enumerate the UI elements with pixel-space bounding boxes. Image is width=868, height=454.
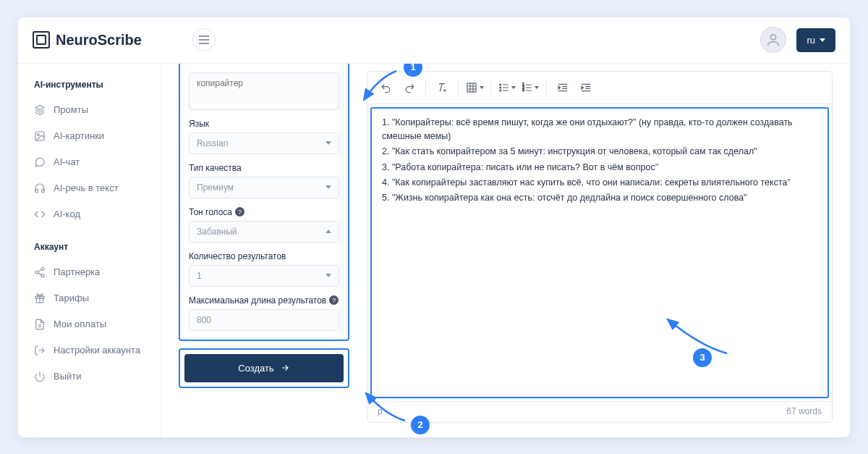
editor-footer: p 67 words	[367, 401, 832, 422]
language-label: Язык	[189, 119, 339, 129]
svg-point-2	[38, 133, 40, 135]
topbar: NeuroScribe ru	[18, 17, 850, 64]
sidebar-item-code[interactable]: AI-код	[18, 201, 161, 227]
result-line: 4. "Как копирайтеры заставляют нас купит…	[382, 176, 817, 190]
sidebar-item-payments[interactable]: Мои оплаты	[18, 311, 161, 337]
tone-label: Тон голоса ?	[189, 207, 339, 217]
maxlen-label: Максимальная длина результатов ?	[189, 295, 339, 306]
svg-point-0	[771, 35, 776, 40]
main-area: 1 2 3 Язык Russian Тип качеств	[161, 64, 850, 437]
sidebar-item-prompts[interactable]: Промты	[18, 97, 161, 123]
help-icon[interactable]: ?	[329, 295, 339, 305]
help-icon[interactable]: ?	[235, 207, 244, 217]
result-line: 5. "Жизнь копирайтера как она есть: отсч…	[382, 191, 817, 205]
indent-button[interactable]	[576, 77, 596, 98]
headphones-icon	[34, 182, 46, 194]
user-avatar[interactable]	[760, 27, 786, 53]
svg-point-3	[41, 267, 44, 270]
quality-select[interactable]: Премиум	[189, 177, 339, 198]
editor-body[interactable]: 1. "Копирайтеры: всё время пишут, когда …	[370, 107, 829, 398]
sidebar-item-settings[interactable]: Настройки аккаунта	[18, 337, 161, 363]
language-button[interactable]: ru	[796, 28, 835, 52]
receipt-icon	[34, 319, 46, 330]
code-icon	[34, 209, 46, 220]
ordered-list-button[interactable]: 123	[520, 77, 540, 98]
sidebar-item-speech[interactable]: AI-речь в текст	[18, 175, 161, 201]
editor-column: 123 1. "Копирайтеры: всё время пишут, ко…	[367, 71, 833, 423]
language-select[interactable]: Russian	[189, 133, 339, 154]
gift-icon	[34, 293, 46, 304]
logo-icon	[33, 31, 50, 49]
sidebar-item-label: Партнерка	[54, 266, 100, 277]
layers-icon	[34, 104, 46, 116]
svg-point-9	[500, 84, 501, 85]
sidebar-item-plans[interactable]: Тарифы	[18, 285, 161, 311]
sidebar-item-label: Промты	[54, 104, 88, 115]
chevron-down-icon	[820, 38, 825, 42]
footer-tag: p	[378, 406, 383, 416]
count-select[interactable]: 1	[189, 265, 339, 287]
result-line: 1. "Копирайтеры: всё время пишут, когда …	[382, 116, 817, 144]
chevron-down-icon	[326, 185, 331, 189]
image-icon	[34, 130, 46, 142]
sidebar-item-affiliate[interactable]: Партнерка	[18, 259, 161, 285]
toolbar-separator	[425, 80, 426, 95]
quality-label: Тип качества	[189, 163, 339, 173]
chevron-up-icon	[326, 230, 331, 233]
form-card: Язык Russian Тип качества Премиум	[179, 64, 349, 341]
svg-point-10	[500, 87, 501, 88]
arrow-right-icon	[280, 363, 290, 373]
svg-point-4	[35, 271, 38, 274]
table-button[interactable]	[464, 77, 485, 98]
sidebar-section-tools: AI-инструменты	[18, 75, 161, 97]
brand-name: NeuroScribe	[56, 32, 142, 49]
sidebar-item-label: Выйти	[54, 371, 82, 382]
tone-value: Забавный	[197, 227, 237, 237]
count-label: Количество результатов	[189, 251, 339, 261]
logout-icon	[34, 345, 46, 356]
create-button[interactable]: Создать	[184, 354, 344, 382]
undo-button[interactable]	[376, 77, 396, 98]
sidebar-item-images[interactable]: AI-картинки	[18, 123, 161, 149]
sidebar-item-label: AI-речь в текст	[54, 182, 119, 193]
form-column: Язык Russian Тип качества Премиум	[179, 64, 349, 423]
toolbar-separator	[490, 80, 491, 95]
svg-text:3: 3	[522, 88, 524, 92]
submit-wrap: Создать	[179, 348, 349, 388]
app-window: NeuroScribe ru AI-инструменты Промты AI-	[18, 17, 850, 437]
language-label: ru	[807, 35, 815, 46]
quality-value: Премиум	[197, 182, 234, 193]
sidebar-item-label: AI-код	[54, 209, 80, 219]
count-value: 1	[197, 271, 202, 281]
share-icon	[34, 266, 46, 278]
sidebar: AI-инструменты Промты AI-картинки AI-чат…	[18, 64, 161, 437]
topbar-right: ru	[760, 27, 835, 53]
chat-icon	[34, 156, 46, 168]
outdent-button[interactable]	[553, 77, 573, 98]
svg-rect-8	[467, 83, 476, 92]
sidebar-section-account: Аккаунт	[18, 237, 161, 259]
chevron-down-icon	[326, 141, 331, 145]
result-line: 2. "Как стать копирайтером за 5 минут: и…	[382, 145, 817, 159]
create-label: Создать	[238, 363, 273, 374]
clear-format-button[interactable]	[432, 77, 452, 98]
result-line: 3. "Работа копирайтера: писать или не пи…	[382, 161, 817, 175]
unordered-list-button[interactable]	[497, 77, 517, 98]
brand-logo: NeuroScribe	[33, 31, 142, 49]
topic-input[interactable]	[189, 72, 339, 110]
sidebar-item-label: AI-картинки	[54, 130, 104, 141]
chevron-down-icon	[326, 274, 331, 277]
body-row: AI-инструменты Промты AI-картинки AI-чат…	[18, 64, 850, 437]
sidebar-item-chat[interactable]: AI-чат	[18, 149, 161, 175]
maxlen-input[interactable]	[189, 309, 339, 331]
svg-point-5	[41, 274, 44, 277]
sidebar-item-logout[interactable]: Выйти	[18, 363, 161, 390]
callout-3: 3	[693, 348, 712, 367]
redo-button[interactable]	[399, 77, 420, 98]
editor-toolbar: 123	[367, 72, 832, 104]
sidebar-item-label: Настройки аккаунта	[54, 345, 140, 356]
menu-toggle-button[interactable]	[192, 28, 216, 51]
language-value: Russian	[197, 138, 228, 148]
tone-select[interactable]: Забавный	[189, 221, 339, 243]
callout-2: 2	[411, 416, 430, 434]
